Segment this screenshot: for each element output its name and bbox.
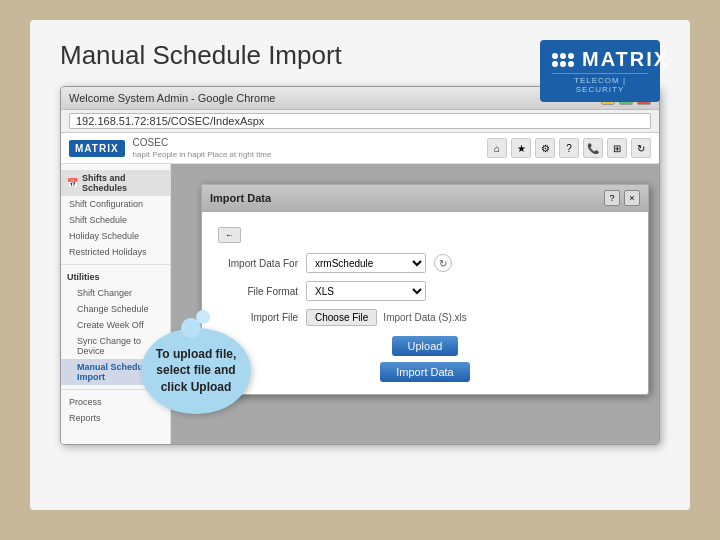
modal-body: ← Import Data For xrmSchedule ↻ File For… bbox=[202, 212, 648, 394]
sidebar-item-create-weekoff[interactable]: Create Week Off bbox=[61, 317, 170, 333]
gear-icon[interactable]: ⚙ bbox=[535, 138, 555, 158]
logo-dot-1 bbox=[552, 53, 558, 59]
logo-subtitle: TELECOM | SECURITY bbox=[552, 73, 648, 94]
sidebar: 📅 Shifts and Schedules Shift Configurati… bbox=[61, 164, 171, 444]
app-main: Import Data ? × ← Import Data For xrmSch bbox=[171, 164, 659, 444]
import-for-label: Import Data For bbox=[218, 258, 298, 269]
tooltip-text: To upload file, select file and click Up… bbox=[156, 347, 236, 395]
logo-matrix: MATRIX bbox=[552, 48, 648, 71]
help-icon[interactable]: ? bbox=[559, 138, 579, 158]
logo-name: MATRIX bbox=[582, 48, 669, 71]
sidebar-utilities-label: Utilities bbox=[61, 269, 170, 285]
logo-dots bbox=[552, 53, 574, 67]
import-data-btn[interactable]: Import Data bbox=[380, 362, 469, 382]
app-breadcrumb: COSEC hapit People in hapit Place at rig… bbox=[133, 137, 272, 159]
browser-title: Welcome System Admin - Google Chrome bbox=[69, 92, 275, 104]
sidebar-item-change-schedule[interactable]: Change Schedule bbox=[61, 301, 170, 317]
sidebar-item-reports[interactable]: Reports bbox=[61, 410, 170, 426]
main-content: Manual Schedule Import MATRIX TELECOM | … bbox=[30, 20, 690, 510]
modal-help-btn[interactable]: ? bbox=[604, 190, 620, 206]
form-row-file-format: File Format XLS bbox=[218, 281, 632, 301]
app-nav-icons: ⌂ ★ ⚙ ? 📞 ⊞ ↻ bbox=[487, 138, 651, 158]
sidebar-section-label: Shifts and Schedules bbox=[82, 173, 164, 193]
refresh-import-icon[interactable]: ↻ bbox=[434, 254, 452, 272]
file-format-select[interactable]: XLS bbox=[306, 281, 426, 301]
app-header: MATRIX COSEC hapit People in hapit Place… bbox=[61, 133, 659, 164]
sidebar-item-shift-config[interactable]: Shift Configuration bbox=[61, 196, 170, 212]
sidebar-item-shift-changer[interactable]: Shift Changer bbox=[61, 285, 170, 301]
logo-dot-2 bbox=[560, 53, 566, 59]
import-modal: Import Data ? × ← Import Data For xrmSch bbox=[201, 184, 649, 395]
logo-dot-3 bbox=[568, 53, 574, 59]
address-bar: 192.168.51.72:815/COSEC/IndexAspx bbox=[61, 110, 659, 133]
browser-window: Welcome System Admin - Google Chrome − □… bbox=[60, 86, 660, 445]
import-for-select[interactable]: xrmSchedule bbox=[306, 253, 426, 273]
star-icon[interactable]: ★ bbox=[511, 138, 531, 158]
modal-back-btn[interactable]: ← bbox=[218, 227, 241, 243]
upload-btn[interactable]: Upload bbox=[392, 336, 459, 356]
refresh-nav-icon[interactable]: ↻ bbox=[631, 138, 651, 158]
file-format-label: File Format bbox=[218, 286, 298, 297]
tooltip-cloud: To upload file, select file and click Up… bbox=[141, 328, 251, 414]
phone-icon[interactable]: 📞 bbox=[583, 138, 603, 158]
import-file-label: Import File bbox=[218, 312, 298, 323]
app-logo: MATRIX bbox=[69, 140, 125, 157]
modal-close-btn[interactable]: × bbox=[624, 190, 640, 206]
sidebar-item-restricted-holidays[interactable]: Restricted Holidays bbox=[61, 244, 170, 260]
logo-dot-6 bbox=[568, 61, 574, 67]
grid-icon[interactable]: ⊞ bbox=[607, 138, 627, 158]
modal-header: Import Data ? × bbox=[202, 185, 648, 212]
app-body: 📅 Shifts and Schedules Shift Configurati… bbox=[61, 164, 659, 444]
logo-area: MATRIX TELECOM | SECURITY bbox=[540, 40, 660, 102]
modal-header-icons: ? × bbox=[604, 190, 640, 206]
sidebar-item-holiday-schedule[interactable]: Holiday Schedule bbox=[61, 228, 170, 244]
home-icon[interactable]: ⌂ bbox=[487, 138, 507, 158]
choose-file-btn[interactable]: Choose File bbox=[306, 309, 377, 326]
sidebar-section-header: 📅 Shifts and Schedules bbox=[61, 170, 170, 196]
logo-dot-4 bbox=[552, 61, 558, 67]
app-subtitle: hapit People in hapit Place at right tim… bbox=[133, 150, 272, 159]
logo-dot-5 bbox=[560, 61, 566, 67]
form-row-import-file: Import File Choose File Import Data (S).… bbox=[218, 309, 632, 326]
file-input-area: Choose File Import Data (S).xls bbox=[306, 309, 467, 326]
modal-title: Import Data bbox=[210, 192, 271, 204]
sidebar-item-shift-schedule[interactable]: Shift Schedule bbox=[61, 212, 170, 228]
divider-1 bbox=[61, 264, 170, 265]
file-name-display: Import Data (S).xls bbox=[383, 312, 466, 323]
form-row-import-for: Import Data For xrmSchedule ↻ bbox=[218, 253, 632, 273]
address-input[interactable]: 192.168.51.72:815/COSEC/IndexAspx bbox=[69, 113, 651, 129]
